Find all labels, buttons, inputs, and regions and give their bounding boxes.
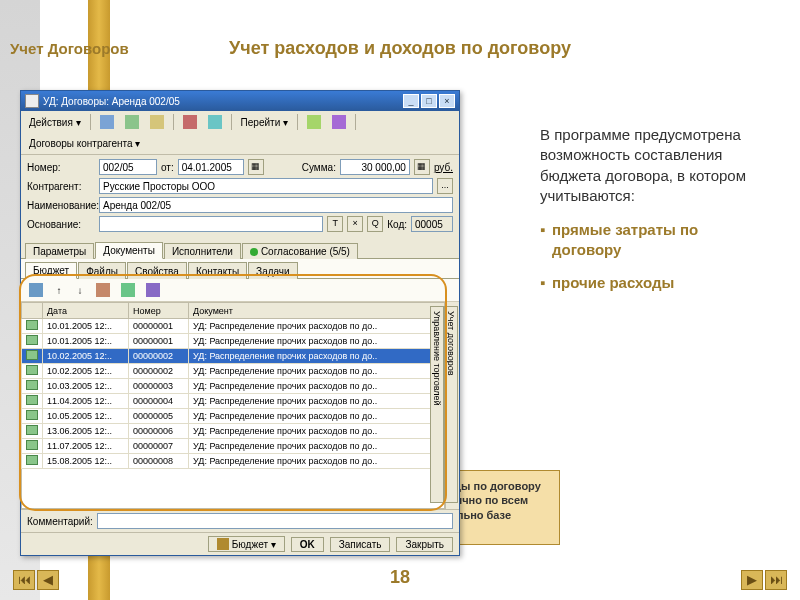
select-button[interactable]: ... bbox=[437, 178, 453, 194]
grid-refresh-icon[interactable] bbox=[25, 281, 47, 299]
nav-prev-button[interactable]: ◀ bbox=[37, 570, 59, 590]
table-row[interactable]: 10.02.2005 12:..00000002УД: Распределени… bbox=[22, 349, 445, 364]
currency-link[interactable]: руб. bbox=[434, 162, 453, 173]
ok-button[interactable]: OK bbox=[291, 537, 324, 552]
basis-open-button[interactable]: Q bbox=[367, 216, 383, 232]
basis-field[interactable] bbox=[99, 216, 323, 232]
sum-label: Сумма: bbox=[302, 162, 336, 173]
basis-clear-button[interactable]: × bbox=[347, 216, 363, 232]
table-row[interactable]: 13.06.2005 12:..00000006УД: Распределени… bbox=[22, 424, 445, 439]
grid-tool-icon[interactable] bbox=[117, 281, 139, 299]
grid-up-icon[interactable]: ↑ bbox=[50, 281, 68, 299]
cell-date: 11.04.2005 12:.. bbox=[43, 394, 129, 409]
cell-number: 00000002 bbox=[129, 349, 189, 364]
toolbar-icon-2[interactable] bbox=[121, 113, 143, 131]
cell-date: 10.02.2005 12:.. bbox=[43, 349, 129, 364]
counterparty-label: Контрагент: bbox=[27, 181, 95, 192]
cell-document: УД: Распределение прочих расходов по до.… bbox=[189, 409, 445, 424]
go-menu[interactable]: Перейти ▾ bbox=[237, 113, 292, 131]
cell-date: 11.07.2005 12:.. bbox=[43, 439, 129, 454]
toolbar-icon-3[interactable] bbox=[146, 113, 168, 131]
table-row[interactable]: 10.05.2005 12:..00000005УД: Распределени… bbox=[22, 409, 445, 424]
date-field[interactable] bbox=[178, 159, 244, 175]
cell-date: 10.05.2005 12:.. bbox=[43, 409, 129, 424]
nav-first-button[interactable]: ⏮ bbox=[13, 570, 35, 590]
grid-header[interactable] bbox=[22, 303, 43, 319]
app-icon bbox=[25, 94, 39, 108]
calc-button[interactable]: ▦ bbox=[414, 159, 430, 175]
table-row[interactable]: 11.04.2005 12:..00000004УД: Распределени… bbox=[22, 394, 445, 409]
table-row[interactable]: 11.07.2005 12:..00000007УД: Распределени… bbox=[22, 439, 445, 454]
save-button[interactable]: Записать bbox=[330, 537, 391, 552]
comment-field[interactable] bbox=[97, 513, 453, 529]
nav-next-button[interactable]: ▶ bbox=[741, 570, 763, 590]
row-status-icon bbox=[26, 365, 38, 375]
row-status-icon bbox=[26, 410, 38, 420]
maximize-button[interactable]: □ bbox=[421, 94, 437, 108]
counterparty-docs-menu[interactable]: Договоры контрагента ▾ bbox=[25, 134, 144, 152]
subtab-tasks[interactable]: Задачи bbox=[248, 262, 298, 279]
cell-number: 00000002 bbox=[129, 364, 189, 379]
table-row[interactable]: 10.03.2005 12:..00000003УД: Распределени… bbox=[22, 379, 445, 394]
toolbar-icon-7[interactable] bbox=[328, 113, 350, 131]
close-button[interactable]: × bbox=[439, 94, 455, 108]
form-header: Номер: от: ▦ Сумма: ▦ руб. Контрагент: .… bbox=[21, 155, 459, 239]
cell-date: 10.01.2005 12:.. bbox=[43, 319, 129, 334]
table-row[interactable]: 10.01.2005 12:..00000001УД: Распределени… bbox=[22, 319, 445, 334]
row-status-icon bbox=[26, 335, 38, 345]
budget-menu-button[interactable]: Бюджет ▾ bbox=[208, 536, 285, 552]
toolbar-icon-4[interactable] bbox=[179, 113, 201, 131]
grid-tool-icon[interactable] bbox=[142, 281, 164, 299]
subtab-properties[interactable]: Свойства bbox=[127, 262, 187, 279]
nav-last-button[interactable]: ⏭ bbox=[765, 570, 787, 590]
name-field[interactable] bbox=[99, 197, 453, 213]
number-field[interactable] bbox=[99, 159, 157, 175]
toolbar-icon-1[interactable] bbox=[96, 113, 118, 131]
cell-document: УД: Распределение прочих расходов по до.… bbox=[189, 349, 445, 364]
bullet-item: прямые затраты по договору bbox=[540, 220, 770, 261]
vtab-trade[interactable]: Управление торговлей bbox=[430, 306, 444, 503]
tab-approval[interactable]: Согласование (5/5) bbox=[242, 243, 358, 259]
actions-menu[interactable]: Действия ▾ bbox=[25, 113, 85, 131]
counterparty-field[interactable] bbox=[99, 178, 433, 194]
code-field bbox=[411, 216, 453, 232]
table-row[interactable]: 10.01.2005 12:..00000001УД: Распределени… bbox=[22, 334, 445, 349]
subtab-contacts[interactable]: Контакты bbox=[188, 262, 247, 279]
vtab-contracts[interactable]: Учет договоров bbox=[444, 306, 458, 503]
comment-label: Комментарий: bbox=[27, 516, 93, 527]
table-row[interactable]: 10.02.2005 12:..00000002УД: Распределени… bbox=[22, 364, 445, 379]
sum-field[interactable] bbox=[340, 159, 410, 175]
grid-header[interactable]: Дата bbox=[43, 303, 129, 319]
basis-t-button[interactable]: T bbox=[327, 216, 343, 232]
cell-date: 15.08.2005 12:.. bbox=[43, 454, 129, 469]
grid-header[interactable]: Номер bbox=[129, 303, 189, 319]
tab-documents[interactable]: Документы bbox=[95, 242, 163, 259]
date-picker-button[interactable]: ▦ bbox=[248, 159, 264, 175]
cell-number: 00000008 bbox=[129, 454, 189, 469]
row-status-icon bbox=[26, 440, 38, 450]
cell-number: 00000003 bbox=[129, 379, 189, 394]
subtab-files[interactable]: Файлы bbox=[78, 262, 126, 279]
tab-performers[interactable]: Исполнители bbox=[164, 243, 241, 259]
window-title: УД: Договоры: Аренда 002/05 bbox=[43, 96, 180, 107]
page-number: 18 bbox=[0, 567, 800, 588]
cell-number: 00000001 bbox=[129, 334, 189, 349]
tab-parameters[interactable]: Параметры bbox=[25, 243, 94, 259]
grid-tool-icon[interactable] bbox=[92, 281, 114, 299]
grid-down-icon[interactable]: ↓ bbox=[71, 281, 89, 299]
table-row[interactable]: 15.08.2005 12:..00000008УД: Распределени… bbox=[22, 454, 445, 469]
toolbar-icon-6[interactable] bbox=[303, 113, 325, 131]
approval-dot-icon bbox=[250, 248, 258, 256]
minimize-button[interactable]: _ bbox=[403, 94, 419, 108]
cell-number: 00000006 bbox=[129, 424, 189, 439]
titlebar[interactable]: УД: Договоры: Аренда 002/05 _ □ × bbox=[21, 91, 459, 111]
documents-grid[interactable]: ДатаНомерДокумент 10.01.2005 12:..000000… bbox=[21, 302, 445, 469]
toolbar-icon-5[interactable] bbox=[204, 113, 226, 131]
cell-number: 00000005 bbox=[129, 409, 189, 424]
row-status-icon bbox=[26, 350, 38, 360]
close-form-button[interactable]: Закрыть bbox=[396, 537, 453, 552]
bullet-item: прочие расходы bbox=[540, 273, 770, 293]
grid-header[interactable]: Документ bbox=[189, 303, 445, 319]
subtab-budget[interactable]: Бюджет bbox=[25, 262, 77, 279]
cell-document: УД: Распределение прочих расходов по до.… bbox=[189, 424, 445, 439]
